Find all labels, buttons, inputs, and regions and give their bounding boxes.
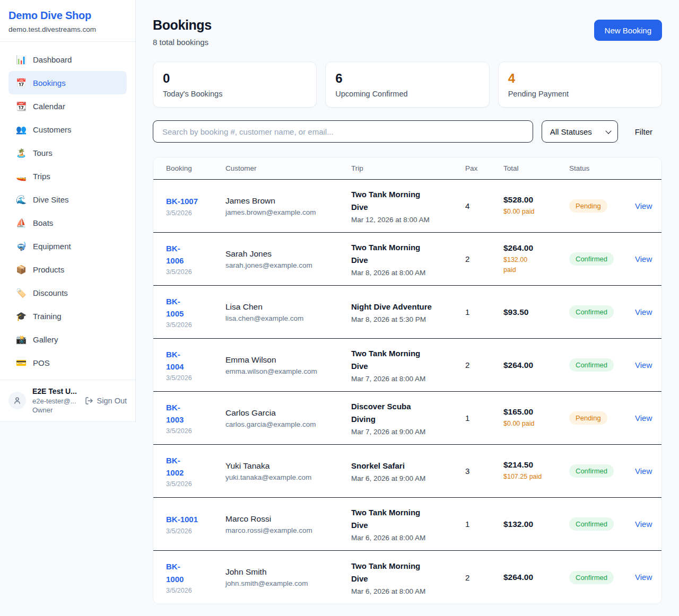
sidebar-item-equipment[interactable]: 🤿Equipment	[8, 234, 127, 258]
brand-name: Demo Dive Shop	[8, 10, 127, 22]
view-link[interactable]: View	[635, 201, 652, 210]
sidebar-item-calendar[interactable]: 📆Calendar	[8, 94, 127, 118]
sign-out-button[interactable]: Sign Out	[85, 397, 127, 405]
trip-date: Mar 7, 2026 at 9:00 AM	[351, 428, 460, 436]
sidebar: Demo Dive Shop demo.test.divestreams.com…	[0, 0, 136, 422]
table-row: BK- 10053/5/2026Lisa Chenlisa.chen@examp…	[153, 286, 661, 339]
trip-date: Mar 12, 2026 at 8:00 AM	[351, 216, 460, 224]
actions-cell: View	[635, 201, 657, 211]
booking-id-link[interactable]: BK- 1004	[166, 350, 184, 371]
view-link[interactable]: View	[635, 520, 652, 529]
sidebar-item-tours[interactable]: 🏝️Tours	[8, 141, 127, 164]
bookings-table: BookingCustomerTripPaxTotalStatus BK-100…	[153, 157, 662, 604]
view-link[interactable]: View	[635, 307, 652, 316]
table-row: BK- 10033/5/2026Carlos Garciacarlos.garc…	[153, 392, 661, 445]
status-badge: Pending	[569, 199, 607, 213]
booking-id-link[interactable]: BK-1007	[166, 197, 198, 206]
discounts-icon: 🏷️	[16, 288, 26, 298]
stat-value: 6	[335, 71, 479, 86]
amount-paid: $107.25 paid	[503, 472, 564, 482]
booking-date: 3/5/2026	[166, 268, 220, 276]
booking-id-link[interactable]: BK- 1003	[166, 403, 184, 424]
customer-name: James Brown	[225, 196, 346, 206]
sidebar-item-trips[interactable]: 🚤Trips	[8, 164, 127, 188]
table-row: BK-10013/5/2026Marco Rossimarco.rossi@ex…	[153, 498, 661, 551]
column-header-customer: Customer	[225, 164, 351, 172]
total-amount: $528.00	[503, 195, 564, 205]
status-cell: Pending	[569, 199, 635, 213]
view-link[interactable]: View	[635, 467, 652, 476]
view-link[interactable]: View	[635, 360, 652, 369]
status-select[interactable]: All Statuses	[542, 120, 618, 143]
sidebar-item-label: Boats	[33, 218, 53, 227]
sidebar-nav: 📊Dashboard📅Bookings📆Calendar👥Customers🏝️…	[0, 42, 135, 380]
trip-name: Snorkel Safari	[351, 460, 460, 472]
sidebar-item-discounts[interactable]: 🏷️Discounts	[8, 281, 127, 304]
status-cell: Confirmed	[569, 252, 635, 266]
stat-label: Today's Bookings	[163, 90, 307, 98]
total-amount: $264.00	[503, 573, 564, 582]
sidebar-item-customers[interactable]: 👥Customers	[8, 118, 127, 141]
column-header-status: Status	[569, 164, 635, 172]
view-link[interactable]: View	[635, 573, 652, 582]
sign-out-label: Sign Out	[97, 397, 127, 405]
customer-cell: Carlos Garciacarlos.garcia@example.com	[225, 408, 351, 428]
total-cell: $93.50	[503, 307, 569, 317]
filter-button[interactable]: Filter	[625, 123, 662, 140]
trip-name: Discover Scuba Diving	[351, 400, 460, 426]
page-title-block: Bookings 8 total bookings	[153, 17, 212, 47]
amount-paid: $0.00 paid	[503, 207, 564, 217]
stat-card-0: 0Today's Bookings	[153, 61, 317, 108]
booking-id-link[interactable]: BK-1001	[166, 515, 198, 524]
booking-id-link[interactable]: BK- 1000	[166, 562, 184, 583]
total-cell: $264.00	[503, 360, 569, 370]
stats-row: 0Today's Bookings6Upcoming Confirmed4Pen…	[153, 61, 662, 108]
customer-email: sarah.jones@example.com	[225, 261, 346, 269]
booking-date: 3/5/2026	[166, 321, 220, 329]
booking-cell: BK- 10003/5/2026	[166, 560, 225, 594]
actions-cell: View	[635, 360, 657, 370]
trip-cell: Night Dive AdventureMar 8, 2026 at 5:30 …	[351, 301, 465, 323]
user-email: e2e-tester@...	[32, 397, 77, 405]
total-amount: $132.00	[503, 520, 564, 529]
sidebar-item-dive-sites[interactable]: 🌊Dive Sites	[8, 188, 127, 211]
status-cell: Confirmed	[569, 571, 635, 584]
total-amount: $264.00	[503, 360, 564, 370]
customer-cell: John Smithjohn.smith@example.com	[225, 567, 351, 587]
dashboard-icon: 📊	[16, 55, 26, 65]
view-link[interactable]: View	[635, 413, 652, 423]
sidebar-item-training[interactable]: 🎓Training	[8, 304, 127, 328]
sidebar-item-bookings[interactable]: 📅Bookings	[8, 71, 127, 94]
status-cell: Confirmed	[569, 464, 635, 478]
main-content: Bookings 8 total bookings New Booking 0T…	[136, 0, 679, 604]
sidebar-item-products[interactable]: 📦Products	[8, 258, 127, 281]
trip-name: Two Tank Morning Dive	[351, 347, 460, 373]
sidebar-item-dashboard[interactable]: 📊Dashboard	[8, 48, 127, 71]
view-link[interactable]: View	[635, 254, 652, 263]
status-cell: Confirmed	[569, 358, 635, 372]
booking-id-link[interactable]: BK- 1002	[166, 456, 184, 477]
table-row: BK- 10043/5/2026Emma Wilsonemma.wilson@e…	[153, 339, 661, 392]
booking-cell: BK-10073/5/2026	[166, 195, 225, 216]
trip-cell: Snorkel SafariMar 6, 2026 at 9:00 AM	[351, 460, 465, 482]
status-badge: Confirmed	[569, 358, 614, 372]
customer-cell: Emma Wilsonemma.wilson@example.com	[225, 355, 351, 375]
customer-email: yuki.tanaka@example.com	[225, 473, 346, 481]
customer-name: Marco Rossi	[225, 514, 346, 524]
booking-id-link[interactable]: BK- 1006	[166, 244, 184, 265]
total-amount: $264.00	[503, 243, 564, 253]
sidebar-item-pos[interactable]: 💳POS	[8, 351, 127, 374]
sign-out-icon	[85, 397, 93, 405]
sidebar-item-boats[interactable]: ⛵Boats	[8, 211, 127, 234]
new-booking-button[interactable]: New Booking	[594, 20, 662, 41]
actions-cell: View	[635, 520, 657, 529]
booking-date: 3/5/2026	[166, 427, 220, 435]
search-input[interactable]	[153, 120, 533, 143]
total-amount: $93.50	[503, 307, 564, 317]
table-header-row: BookingCustomerTripPaxTotalStatus	[153, 157, 661, 180]
booking-id-link[interactable]: BK- 1005	[166, 297, 184, 318]
status-badge: Confirmed	[569, 305, 614, 319]
status-select-wrap: All Statuses	[542, 120, 618, 143]
trip-cell: Two Tank Morning DiveMar 6, 2026 at 8:00…	[351, 560, 465, 595]
sidebar-item-gallery[interactable]: 📸Gallery	[8, 328, 127, 351]
